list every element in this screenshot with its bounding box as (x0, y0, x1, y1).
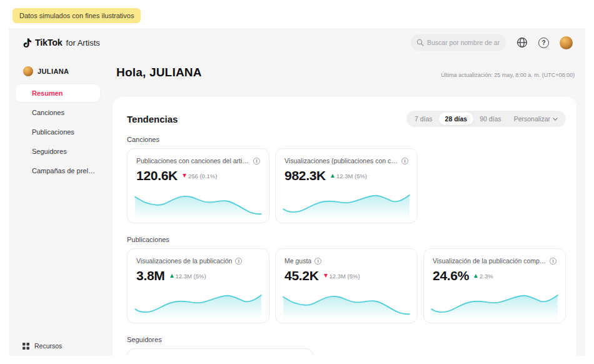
app-window: TikTok for Artists ? (9, 28, 585, 356)
metric-delta-text: 2.3% (480, 273, 493, 280)
metric-delta: 12.3M (5%) (324, 273, 360, 280)
metric-delta: 12.3M (5%) (170, 273, 206, 280)
metric-label: Visualizaciones (publicaciones con canci… (284, 157, 398, 164)
sidebar-item-recursos[interactable]: Recursos (9, 342, 62, 350)
page-title: Hola, JULIANA (116, 66, 202, 79)
metric-label: Visualización de la publicación completa (433, 257, 546, 265)
arrow-down-icon (183, 174, 186, 178)
arrow-up-icon (474, 274, 478, 278)
metric-value-row: 982.3K12.3M (5%) (284, 168, 408, 183)
metric-value: 24.6% (433, 268, 469, 283)
resources-label: Recursos (34, 342, 62, 350)
metric-delta: 256 (0.1%) (183, 173, 217, 179)
simulated-data-banner: Datos simulados con fines ilustrativos (13, 8, 141, 23)
arrow-up-icon (170, 274, 174, 278)
cards-row (127, 348, 566, 356)
artist-name: JULIANA (38, 68, 69, 75)
metric-label: Me gusta (284, 257, 311, 265)
metric-delta-text: 12.3M (5%) (336, 173, 367, 179)
tab-label: 7 días (415, 115, 433, 123)
metric-delta: 2.3% (474, 273, 493, 280)
info-icon[interactable]: i (315, 258, 321, 265)
sparkline-chart (281, 188, 412, 219)
cards-row: Publicaciones con canciones del artistai… (127, 148, 566, 223)
tendencias-panel: Tendencias 7 días28 días90 díasPersonali… (113, 97, 576, 356)
metric-label-row: Visualizaciones (publicaciones con canci… (284, 157, 408, 164)
sidebar: JULIANA ResumenCancionesPublicacionesSeg… (9, 57, 113, 356)
metric-label: Visualizaciones de la publicación (136, 257, 232, 265)
sidebar-item-label: Publicaciones (32, 128, 74, 136)
search-box (411, 34, 506, 51)
grid-icon (23, 343, 29, 350)
sidebar-item-label: Campañas de prelanz... (32, 167, 100, 174)
metric-delta-text: 12.3M (5%) (176, 273, 206, 280)
sidebar-item-label: Seguidores (32, 148, 67, 155)
tiktok-logo: TikTok for Artists (23, 38, 100, 48)
sidebar-item-seguidores[interactable]: Seguidores (16, 143, 100, 160)
sidebar-nav: ResumenCancionesPublicacionesSeguidoresC… (9, 84, 113, 179)
metric-value-row: 24.6%2.3% (433, 268, 556, 283)
metric-label-row: Me gustai (284, 257, 408, 265)
metric-sections: CancionesPublicaciones con canciones del… (127, 136, 566, 356)
app-header: TikTok for Artists ? (9, 28, 585, 57)
search-icon (416, 39, 424, 46)
sparkline-chart (429, 288, 560, 319)
logo-text-primary: TikTok (35, 38, 63, 48)
help-icon[interactable]: ? (538, 38, 549, 48)
info-icon[interactable]: i (235, 258, 242, 265)
sparkline-chart (133, 188, 264, 219)
section-label-canciones: Canciones (127, 136, 566, 143)
section-label-seguidores: Seguidores (127, 336, 566, 343)
metric-card-me-gusta: Me gustai45.2K12.3M (5%) (275, 248, 418, 323)
sidebar-item-publicaciones[interactable]: Publicaciones (16, 123, 100, 141)
sidebar-item-resumen[interactable]: Resumen (16, 84, 100, 102)
tab-label: Personalizar (514, 115, 550, 123)
info-icon[interactable]: i (401, 158, 408, 164)
info-icon[interactable]: i (253, 158, 260, 164)
arrow-up-icon (331, 174, 335, 178)
user-avatar[interactable] (560, 36, 573, 49)
metric-label-row: Publicaciones con canciones del artistai (136, 157, 260, 164)
tab-28-dias[interactable]: 28 días (439, 113, 474, 125)
tab-90-dias[interactable]: 90 días (473, 113, 507, 125)
metric-label-row: Visualizaciones de la publicacióni (136, 257, 260, 265)
metric-value-row: 3.8M12.3M (5%) (136, 268, 260, 283)
metric-delta-text: 12.3M (5%) (330, 273, 360, 280)
metric-card-partial (127, 348, 313, 356)
metric-value-row: 45.2K12.3M (5%) (284, 268, 408, 283)
tab-personalizar[interactable]: Personalizar (508, 113, 564, 125)
metric-value: 120.6K (136, 168, 178, 183)
metric-value: 45.2K (284, 268, 319, 283)
tab-label: 28 días (445, 115, 468, 123)
panel-header: Tendencias 7 días28 días90 díasPersonali… (127, 111, 566, 127)
sparkline-chart (281, 288, 412, 319)
tab-7-dias[interactable]: 7 días (408, 113, 439, 125)
metric-card-publicaciones-con-canciones-del-artista: Publicaciones con canciones del artistai… (127, 148, 269, 223)
arrow-down-icon (324, 274, 328, 278)
metric-value: 982.3K (284, 168, 326, 183)
chevron-down-icon (553, 118, 558, 121)
metric-card-visualizaciones-de-la-publicacion: Visualizaciones de la publicacióni3.8M12… (127, 248, 269, 323)
sidebar-item-campanas-de-prelanz[interactable]: Campañas de prelanz... (16, 162, 100, 179)
artist-selector[interactable]: JULIANA (9, 57, 113, 76)
metric-label-row: Visualización de la publicación completa… (433, 257, 556, 265)
search-input[interactable] (411, 34, 506, 51)
metric-value: 3.8M (136, 268, 165, 283)
metric-delta: 12.3M (5%) (331, 173, 367, 179)
cards-row: Visualizaciones de la publicacióni3.8M12… (127, 248, 566, 323)
tiktok-note-icon (23, 38, 32, 48)
sidebar-item-canciones[interactable]: Canciones (16, 104, 100, 121)
logo-text-secondary: for Artists (66, 38, 100, 48)
metric-value-row: 120.6K256 (0.1%) (136, 168, 260, 183)
metric-delta-text: 256 (0.1%) (188, 173, 217, 179)
sidebar-item-label: Canciones (32, 109, 64, 116)
language-globe-icon[interactable] (516, 37, 528, 48)
section-label-publicaciones: Publicaciones (127, 236, 566, 243)
info-icon[interactable]: i (550, 258, 556, 265)
panel-title: Tendencias (127, 114, 178, 124)
header-actions: ? (411, 34, 573, 51)
last-update: Última actualización: 25 may, 8:00 a. m.… (441, 72, 575, 78)
metric-label: Publicaciones con canciones del artista (136, 157, 250, 164)
banner-label: Datos simulados con fines ilustrativos (19, 12, 134, 19)
metric-card-visualizacion-de-la-publicacion-completa: Visualización de la publicación completa… (423, 248, 566, 323)
